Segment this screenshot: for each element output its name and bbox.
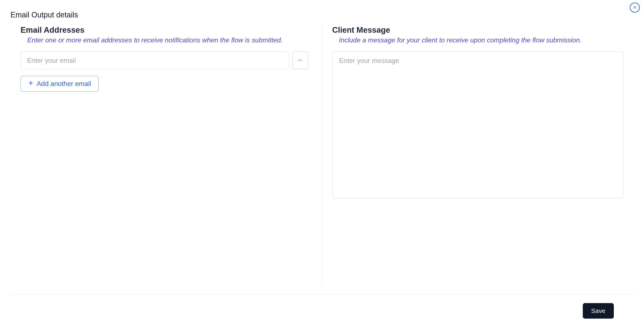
message-section-subtext: Include a message for your client to rec… — [339, 36, 624, 44]
modal-body: Email Addresses Enter one or more email … — [10, 26, 634, 286]
add-button-label: Add another email — [37, 80, 91, 88]
client-message-section: Client Message Include a message for you… — [322, 26, 624, 286]
message-section-heading: Client Message — [332, 26, 624, 34]
email-input-row — [20, 52, 312, 69]
close-button[interactable] — [630, 2, 640, 12]
email-output-modal: Email Output details Email Addresses Ent… — [0, 0, 644, 327]
email-addresses-section: Email Addresses Enter one or more email … — [20, 26, 322, 286]
remove-email-button[interactable] — [292, 52, 308, 69]
plus-icon — [28, 80, 34, 88]
client-message-textarea[interactable] — [332, 52, 624, 198]
modal-title: Email Output details — [10, 10, 78, 19]
email-input[interactable] — [20, 52, 289, 69]
email-section-heading: Email Addresses — [20, 26, 312, 34]
modal-header: Email Output details — [10, 10, 634, 26]
save-button[interactable]: Save — [583, 303, 614, 318]
close-icon — [632, 5, 637, 10]
add-another-email-button[interactable]: Add another email — [20, 76, 98, 92]
minus-icon — [297, 57, 303, 64]
email-section-subtext: Enter one or more email addresses to rec… — [27, 36, 312, 44]
modal-footer: Save — [10, 294, 634, 327]
